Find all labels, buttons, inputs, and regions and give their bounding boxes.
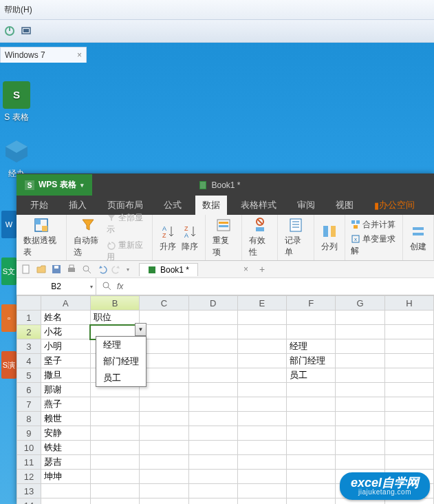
consolidate-button[interactable]: 合并计算 — [351, 219, 395, 231]
cell[interactable] — [188, 470, 237, 484]
cell[interactable] — [286, 470, 336, 484]
cell[interactable] — [41, 498, 90, 505]
create-group-button[interactable]: 创建 — [403, 215, 434, 260]
launcher-sheet[interactable]: S文 — [1, 258, 17, 285]
col-header[interactable]: C — [140, 296, 188, 311]
redo-icon[interactable] — [111, 264, 122, 275]
cell[interactable] — [237, 455, 286, 470]
cell[interactable] — [140, 339, 188, 354]
cell[interactable] — [336, 397, 384, 412]
cell[interactable] — [384, 325, 433, 339]
sort-desc-button[interactable]: ZA 降序 — [182, 223, 198, 253]
cell[interactable]: 姓名 — [41, 311, 90, 325]
cell[interactable]: 撒旦 — [41, 368, 90, 383]
cell[interactable]: 赖世 — [41, 412, 90, 426]
cell[interactable] — [286, 412, 336, 426]
cell[interactable] — [336, 325, 384, 339]
col-header[interactable]: D — [188, 296, 237, 311]
cell[interactable] — [188, 325, 237, 339]
cell[interactable] — [384, 383, 433, 397]
pivot-button[interactable]: 数据透视表 — [17, 215, 67, 260]
doc-tab[interactable]: Book1 * — [139, 263, 198, 276]
cell[interactable]: 职位 — [90, 311, 140, 325]
cell[interactable] — [188, 498, 237, 505]
cell[interactable] — [188, 368, 237, 383]
close-doc-icon[interactable]: × — [243, 264, 248, 274]
cell[interactable] — [140, 354, 188, 368]
cell[interactable] — [90, 397, 140, 412]
cell[interactable] — [384, 455, 433, 470]
cell[interactable] — [336, 311, 384, 325]
reapply-button[interactable]: 重新应用 — [107, 240, 145, 263]
launcher-ppt[interactable]: ▫ — [1, 304, 17, 332]
autofilter-button[interactable]: 自动筛选 — [74, 217, 102, 258]
cell[interactable] — [140, 368, 188, 383]
cell[interactable]: 安静 — [41, 426, 90, 441]
formula-input[interactable] — [129, 278, 434, 295]
cell[interactable] — [237, 383, 286, 397]
select-all-corner[interactable] — [17, 296, 41, 311]
cell[interactable] — [237, 397, 286, 412]
cell[interactable] — [384, 412, 433, 426]
cell[interactable] — [188, 383, 237, 397]
row-header[interactable]: 8 — [17, 412, 41, 426]
row-header[interactable]: 10 — [17, 441, 41, 455]
col-header[interactable]: H — [384, 296, 433, 311]
tab-review[interactable]: 审阅 — [290, 196, 322, 215]
cell[interactable] — [336, 441, 384, 455]
cell[interactable]: 那谢 — [41, 383, 90, 397]
cell[interactable]: 部门经理 — [286, 354, 336, 368]
cell[interactable]: 经理 — [286, 339, 336, 354]
cell[interactable] — [140, 426, 188, 441]
cell[interactable] — [188, 455, 237, 470]
launcher-word[interactable]: W — [1, 211, 17, 238]
vm-screen-icon[interactable] — [21, 25, 32, 36]
cell[interactable] — [237, 412, 286, 426]
cell[interactable] — [140, 441, 188, 455]
tab-insert[interactable]: 插入 — [62, 196, 94, 215]
cell[interactable] — [188, 484, 237, 498]
duplicates-button[interactable]: 重复项 — [206, 215, 241, 260]
cell[interactable]: 燕子 — [41, 397, 90, 412]
showall-button[interactable]: 全部显示 — [107, 212, 145, 235]
row-header[interactable]: 9 — [17, 426, 41, 441]
textcol-button[interactable]: 分列 — [314, 215, 345, 260]
name-box[interactable]: B2 ▾ — [17, 278, 96, 295]
cell[interactable] — [237, 368, 286, 383]
open-icon[interactable] — [36, 264, 47, 275]
cell[interactable] — [286, 397, 336, 412]
cell[interactable] — [336, 368, 384, 383]
cell[interactable]: 小花 — [41, 325, 90, 339]
cell[interactable] — [286, 426, 336, 441]
tab-office[interactable]: ▮办公空间 — [367, 196, 422, 215]
cell[interactable] — [140, 397, 188, 412]
qat-dropdown-icon[interactable]: ▾ — [127, 266, 129, 273]
row-header[interactable]: 5 — [17, 368, 41, 383]
cell[interactable] — [188, 441, 237, 455]
cell[interactable] — [188, 412, 237, 426]
validation-dropdown-button[interactable]: ▼ — [135, 323, 147, 336]
cell[interactable] — [41, 484, 90, 498]
row-header[interactable]: 11 — [17, 455, 41, 470]
cell[interactable] — [140, 498, 188, 505]
cell[interactable] — [90, 484, 140, 498]
sort-asc-button[interactable]: AZ 升序 — [160, 223, 176, 253]
cell[interactable] — [336, 383, 384, 397]
row-header[interactable]: 6 — [17, 383, 41, 397]
solver-button[interactable]: x单变量求解 — [351, 233, 397, 257]
cell[interactable] — [286, 383, 336, 397]
cell[interactable] — [237, 354, 286, 368]
cell[interactable] — [237, 325, 286, 339]
vm-tab[interactable]: Windows 7 × — [0, 47, 87, 63]
col-header[interactable]: A — [41, 296, 90, 311]
cell[interactable]: 坤坤 — [41, 470, 90, 484]
new-doc-icon[interactable]: + — [259, 264, 265, 275]
wps-app-badge[interactable]: S WPS 表格 ▾ — [17, 174, 92, 196]
save-icon[interactable] — [51, 264, 62, 275]
cell[interactable] — [237, 441, 286, 455]
dropdown-option[interactable]: 员工 — [96, 370, 146, 386]
cell[interactable] — [90, 441, 140, 455]
tab-formula[interactable]: 公式 — [157, 196, 188, 215]
fx-icon[interactable]: fx — [117, 282, 123, 291]
tab-data[interactable]: 数据 — [195, 196, 227, 215]
